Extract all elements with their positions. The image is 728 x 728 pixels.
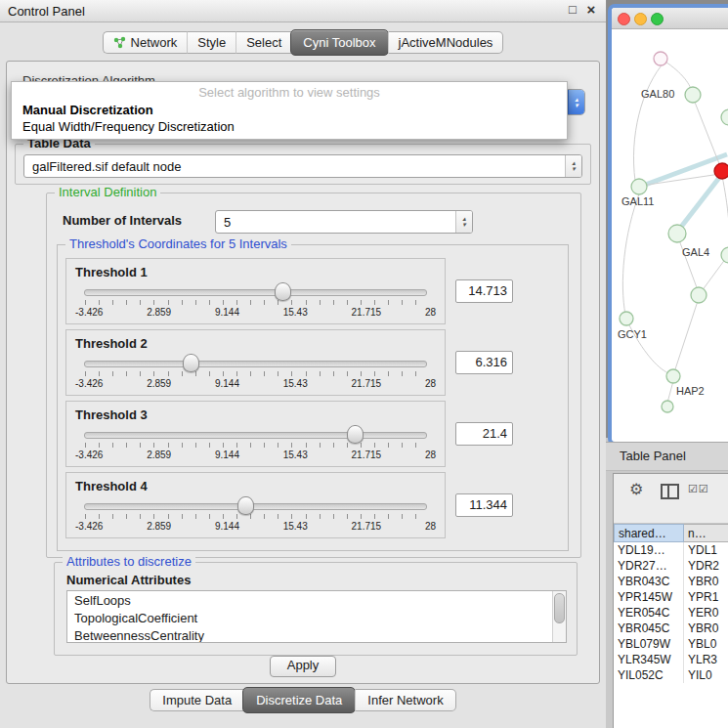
scale-label: 15.43 bbox=[283, 521, 308, 532]
node-label-gal11: GAL11 bbox=[621, 195, 654, 207]
popup-option-manual-discretization[interactable]: Manual Discretization bbox=[12, 102, 567, 118]
gear-icon[interactable]: ⚙ bbox=[629, 480, 643, 498]
threshold-3-label: Threshold 3 bbox=[75, 407, 148, 422]
thresholds-group-title: Threshold's Coordinates for 5 Intervals bbox=[65, 236, 291, 251]
scale-label: 15.43 bbox=[283, 307, 308, 318]
slider-track[interactable] bbox=[84, 361, 427, 367]
threshold-2-slider[interactable]: -3.426 2.859 9.144 15.43 21.715 28 bbox=[84, 354, 427, 393]
list-items: SelfLoops TopologicalCoefficient Between… bbox=[67, 592, 552, 643]
cell-name: YBL0 bbox=[684, 636, 728, 652]
tab-style[interactable]: Style bbox=[187, 31, 236, 54]
table-data-group: Table Data galFiltered.sif default node … bbox=[15, 144, 591, 185]
threshold-4-label: Threshold 4 bbox=[75, 479, 148, 493]
threshold-3-value-field[interactable]: 21.4 bbox=[455, 422, 513, 446]
column-header-shared-name[interactable]: shared… bbox=[614, 524, 684, 542]
scale-label: 21.715 bbox=[352, 378, 382, 389]
tab-discretize-data[interactable]: Discretize Data bbox=[242, 687, 356, 713]
threshold-4-slider[interactable]: -3.426 2.859 9.144 15.43 21.715 28 bbox=[84, 496, 427, 535]
cell-name: YDL1 bbox=[684, 542, 728, 558]
threshold-4-panel: Threshold 4 -3.426 2.859 9.144 bbox=[65, 472, 446, 538]
float-window-icon[interactable]: □ bbox=[565, 2, 580, 18]
cell-shared-name: YIL052C bbox=[614, 667, 684, 683]
table-row[interactable]: YIL052C YIL0 bbox=[614, 667, 728, 683]
minimize-traffic-light[interactable] bbox=[634, 13, 647, 25]
table-header-row: shared… n… bbox=[614, 524, 728, 542]
column-header-name[interactable]: n… bbox=[684, 524, 728, 542]
tab-cyni-toolbox[interactable]: Cyni Toolbox bbox=[290, 29, 388, 56]
scale-label: 2.859 bbox=[147, 450, 171, 460]
tab-network[interactable]: Network bbox=[103, 31, 188, 54]
tab-infer-network[interactable]: Infer Network bbox=[355, 689, 455, 711]
cell-shared-name: YER054C bbox=[614, 605, 684, 621]
slider-thumb[interactable] bbox=[347, 425, 364, 444]
apply-button[interactable]: Apply bbox=[270, 656, 336, 677]
number-of-intervals-select[interactable]: 5 ▴ ▾ bbox=[215, 210, 473, 234]
tab-select[interactable]: Select bbox=[236, 31, 291, 54]
slider-thumb[interactable] bbox=[183, 354, 199, 372]
scale-label: 21.715 bbox=[352, 521, 382, 532]
slider-track[interactable] bbox=[84, 503, 427, 510]
select-columns-icon[interactable]: ☑☑ bbox=[688, 483, 709, 495]
node-label-gal4: GAL4 bbox=[682, 246, 709, 258]
scale-label: 2.859 bbox=[147, 378, 171, 389]
close-traffic-light[interactable] bbox=[618, 13, 630, 25]
cell-name: YBR0 bbox=[684, 574, 728, 589]
table-row[interactable]: YBR045C YBR0 bbox=[614, 621, 728, 636]
table-panel-header: Table Panel bbox=[606, 442, 728, 471]
threshold-row: Threshold 3 -3.426 2.859 9.144 bbox=[65, 401, 513, 467]
list-item-selfloops[interactable]: SelfLoops bbox=[67, 592, 552, 610]
threshold-2-value-field[interactable]: 6.316 bbox=[455, 351, 513, 374]
thresholds-list: Threshold 1 -3.426 2.859 9.144 bbox=[65, 258, 513, 544]
table-row[interactable]: YBL079W YBL0 bbox=[614, 636, 728, 652]
list-scrollbar[interactable] bbox=[552, 591, 566, 642]
scale-label: 28 bbox=[425, 450, 436, 460]
threshold-1-slider[interactable]: -3.426 2.859 9.144 15.43 21.715 28 bbox=[84, 282, 427, 321]
scale-label: 15.43 bbox=[283, 378, 308, 389]
scale-label: 28 bbox=[425, 378, 436, 389]
table-data-select[interactable]: galFiltered.sif default node ▴ ▾ bbox=[23, 154, 582, 178]
slider-track[interactable] bbox=[84, 432, 427, 439]
slider-track[interactable] bbox=[84, 289, 427, 296]
slider-thumb[interactable] bbox=[237, 496, 254, 515]
table-row[interactable]: YPR145W YPR1 bbox=[614, 589, 728, 605]
cell-shared-name: YBR045C bbox=[614, 621, 684, 636]
list-item-topologicalcoefficient[interactable]: TopologicalCoefficient bbox=[67, 610, 552, 627]
tab-jactivemnodules[interactable]: jActiveMNodules bbox=[388, 31, 504, 54]
table-panel-title: Table Panel bbox=[620, 449, 686, 463]
list-item-betweennesscentrality[interactable]: BetweennessCentrality bbox=[67, 627, 552, 643]
threshold-4-value-field[interactable]: 11.344 bbox=[455, 493, 513, 517]
network-view-window[interactable]: GAL80 GAL11 GAL4 GCY1 HAP2 bbox=[608, 4, 728, 446]
slider-ticks bbox=[85, 300, 427, 305]
threshold-2-label: Threshold 2 bbox=[75, 336, 148, 351]
tab-network-label: Network bbox=[131, 35, 178, 50]
popup-header: Select algorithm to view settings bbox=[12, 84, 567, 102]
table-row[interactable]: YER054C YER0 bbox=[614, 605, 728, 621]
network-canvas[interactable]: GAL80 GAL11 GAL4 GCY1 HAP2 bbox=[612, 29, 728, 438]
stepper-down-icon: ▾ bbox=[575, 103, 578, 108]
cell-name: YIL0 bbox=[684, 667, 728, 683]
selected-red-node bbox=[714, 163, 728, 179]
threshold-1-value-field[interactable]: 14.713 bbox=[455, 279, 513, 303]
close-icon[interactable]: × bbox=[583, 2, 599, 18]
table-row[interactable]: YBR043C YBR0 bbox=[614, 574, 728, 589]
scale-label: 9.144 bbox=[215, 521, 239, 532]
popup-option-equal-width-frequency[interactable]: Equal Width/Frequency Discretization bbox=[12, 118, 567, 135]
cell-shared-name: YLR345W bbox=[614, 652, 684, 667]
slider-thumb[interactable] bbox=[275, 282, 291, 301]
network-window-titlebar bbox=[612, 8, 728, 29]
cell-shared-name: YDL19… bbox=[614, 542, 684, 558]
threshold-3-slider[interactable]: -3.426 2.859 9.144 15.43 21.715 28 bbox=[84, 425, 427, 464]
stepper-down-icon: ▾ bbox=[572, 166, 576, 172]
scrollbar-thumb[interactable] bbox=[554, 593, 565, 623]
thresholds-group: Threshold's Coordinates for 5 Intervals … bbox=[57, 244, 569, 551]
table-toolbar: ⚙ ☑☑ bbox=[614, 474, 728, 524]
numerical-attributes-list[interactable]: SelfLoops TopologicalCoefficient Between… bbox=[66, 590, 567, 643]
tab-impute-data[interactable]: Impute Data bbox=[150, 689, 243, 711]
tab-discretize-data-label: Discretize Data bbox=[256, 693, 342, 707]
table-row[interactable]: YLR345W YLR3 bbox=[614, 652, 728, 667]
columns-icon[interactable] bbox=[661, 484, 679, 499]
table-row[interactable]: YDR27… YDR2 bbox=[614, 558, 728, 574]
zoom-traffic-light[interactable] bbox=[651, 13, 664, 25]
table-row[interactable]: YDL19… YDL1 bbox=[614, 542, 728, 558]
scale-label: 9.144 bbox=[215, 450, 239, 460]
